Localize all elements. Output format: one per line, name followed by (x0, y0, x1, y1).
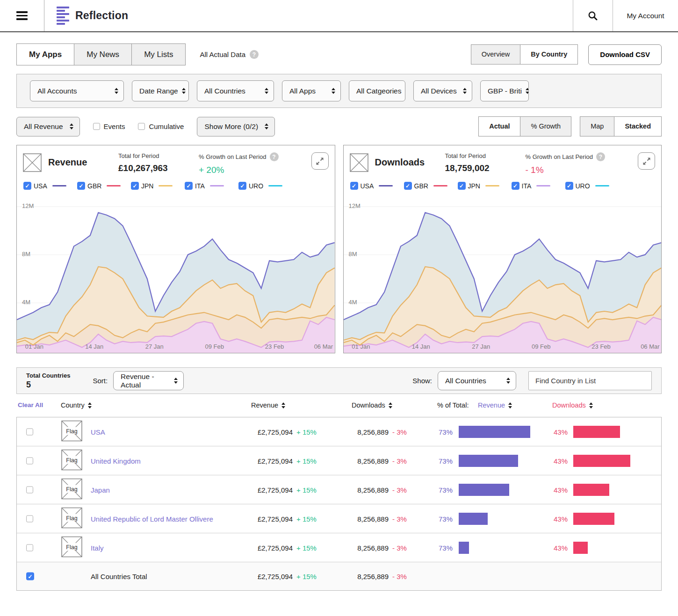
y-axis-tick: 12M (22, 202, 34, 209)
legend-checkbox-uro[interactable]: ✓ (238, 182, 246, 190)
legend-checkbox-gbr[interactable]: ✓ (404, 182, 412, 190)
pct-of-total-label: % of Total: (437, 401, 469, 409)
legend-checkbox-usa[interactable]: ✓ (350, 182, 358, 190)
toggle-stacked[interactable]: Stacked (614, 117, 661, 136)
revenue-value: £2,725,094 (235, 486, 293, 494)
filter-select-gbp-briti[interactable]: GBP - Briti (480, 80, 529, 101)
downloads-growth: - 3% (392, 573, 407, 580)
chart-title: Revenue (48, 157, 118, 168)
legend-checkbox-gbr[interactable]: ✓ (77, 182, 85, 190)
main-tabs: My AppsMy NewsMy Lists (16, 43, 186, 65)
sort-select[interactable]: Revenue - Actual (113, 371, 184, 390)
pct-revenue-column-header[interactable]: Revenue (478, 401, 512, 409)
downloads-growth: - 3% (392, 515, 407, 523)
revenue-value: £2,725,094 (235, 573, 293, 580)
filter-select-all-apps[interactable]: All Apps (282, 80, 341, 101)
total-label: Total for Period (445, 152, 526, 159)
revenue-legend: ✓USA✓GBR✓JPN✓ITA✓URO (17, 175, 335, 191)
metric-select[interactable]: All Revenue (16, 117, 80, 136)
y-axis-tick: 4M (22, 299, 30, 306)
tab-my-lists[interactable]: My Lists (131, 44, 185, 65)
country-link[interactable]: Japan (91, 486, 110, 494)
legend-checkbox-ita[interactable]: ✓ (512, 182, 519, 190)
find-country-input[interactable] (528, 371, 652, 390)
my-account-button[interactable]: My Account (613, 0, 678, 31)
row-checkbox[interactable] (26, 457, 33, 464)
help-icon[interactable]: ? (270, 152, 279, 161)
filter-select-value: All Accounts (37, 87, 77, 95)
clear-all-link[interactable]: Clear All (18, 401, 43, 408)
legend-checkbox-uro[interactable]: ✓ (565, 182, 573, 190)
pct-downloads-column-header[interactable]: Downloads (552, 401, 593, 409)
legend-checkbox-jpn[interactable]: ✓ (458, 182, 466, 190)
filter-select-all-catgeories[interactable]: All Catgeories (349, 80, 405, 101)
toggle-actual[interactable]: Actual (479, 117, 520, 136)
total-row-checkbox[interactable]: ✓ (26, 573, 34, 580)
downloads-card-header: Downloads Total for Period 18,759,002 % … (344, 145, 662, 175)
revenue-column-header[interactable]: Revenue (251, 401, 285, 409)
events-checkbox[interactable] (93, 123, 100, 130)
legend-line-swatch (210, 185, 224, 187)
total-for-period: Total for Period £10,267,963 (118, 152, 199, 173)
row-checkbox[interactable] (26, 486, 33, 493)
legend-item-gbr: ✓GBR (77, 182, 131, 190)
view-overview[interactable]: Overview (471, 45, 520, 64)
cumulative-checkbox[interactable] (138, 123, 145, 130)
filter-select-date-range[interactable]: Date Range (132, 80, 189, 101)
table-row: FlagJapan£2,725,094+ 15%8,256,889- 3%73%… (17, 475, 661, 504)
downloads-growth: - 3% (392, 457, 407, 465)
toggle-growth[interactable]: % Growth (520, 117, 571, 136)
legend-line-swatch (536, 185, 550, 187)
table-row: FlagItaly£2,725,094+ 15%8,256,889- 3%73%… (17, 533, 661, 562)
filter-select-all-devices[interactable]: All Devices (413, 80, 472, 101)
legend-item-ita: ✓ITA (185, 182, 238, 190)
downloads-value: 8,256,889 (344, 457, 389, 465)
tab-my-apps[interactable]: My Apps (17, 44, 74, 65)
download-csv-button[interactable]: Download CSV (588, 44, 662, 65)
view-by-country[interactable]: By Country (520, 45, 577, 64)
legend-label: USA (361, 182, 374, 190)
tab-my-news[interactable]: My News (74, 44, 131, 65)
select-arrows-icon (463, 88, 467, 94)
legend-line-swatch (159, 185, 173, 187)
sort-label: Sort: (93, 377, 108, 385)
filter-select-all-accounts[interactable]: All Accounts (30, 80, 124, 101)
total-countries-count: 5 (26, 380, 70, 390)
country-link[interactable]: USA (91, 428, 105, 436)
legend-checkbox-jpn[interactable]: ✓ (131, 182, 139, 190)
legend-checkbox-usa[interactable]: ✓ (23, 182, 31, 190)
legend-line-swatch (52, 185, 66, 187)
svg-text:Flag: Flag (66, 486, 77, 492)
total-countries: Total Countries 5 (26, 372, 70, 390)
help-icon[interactable]: ? (250, 50, 259, 59)
toggle-map[interactable]: Map (580, 117, 614, 136)
filter-select-value: All Apps (289, 87, 316, 95)
filter-select-all-countries[interactable]: All Countries (197, 80, 274, 101)
total-value: 18,759,002 (445, 163, 526, 173)
country-link[interactable]: Italy (91, 544, 104, 552)
help-icon[interactable]: ? (596, 152, 605, 161)
row-checkbox[interactable] (26, 515, 33, 522)
show-countries-select[interactable]: All Countries (438, 371, 516, 390)
legend-line-swatch (268, 185, 282, 187)
filter-select-value: All Countries (204, 87, 245, 95)
country-column-header[interactable]: Country (61, 401, 92, 409)
country-link[interactable]: United Kingdom (91, 457, 141, 465)
expand-chart-button[interactable] (311, 152, 329, 170)
row-checkbox[interactable] (26, 544, 33, 551)
expand-chart-button[interactable] (638, 152, 655, 170)
legend-item-uro: ✓URO (565, 182, 619, 190)
select-arrows-icon (526, 88, 529, 94)
legend-label: ITA (522, 182, 532, 190)
downloads-column-header[interactable]: Downloads (352, 401, 392, 409)
hamburger-menu-button[interactable] (0, 0, 44, 31)
search-icon (588, 11, 598, 21)
row-checkbox[interactable] (26, 428, 33, 435)
show-more-select[interactable]: Show More (0/2) (197, 117, 275, 136)
table-row: FlagUSA£2,725,094+ 15%8,256,889- 3%73%43… (17, 417, 661, 446)
y-axis-tick: 8M (22, 251, 30, 258)
search-button[interactable] (573, 0, 613, 31)
pct-downloads-bar (573, 513, 614, 525)
legend-checkbox-ita[interactable]: ✓ (185, 182, 193, 190)
country-link[interactable]: United Republic of Lord Master Ollivere (91, 515, 213, 523)
